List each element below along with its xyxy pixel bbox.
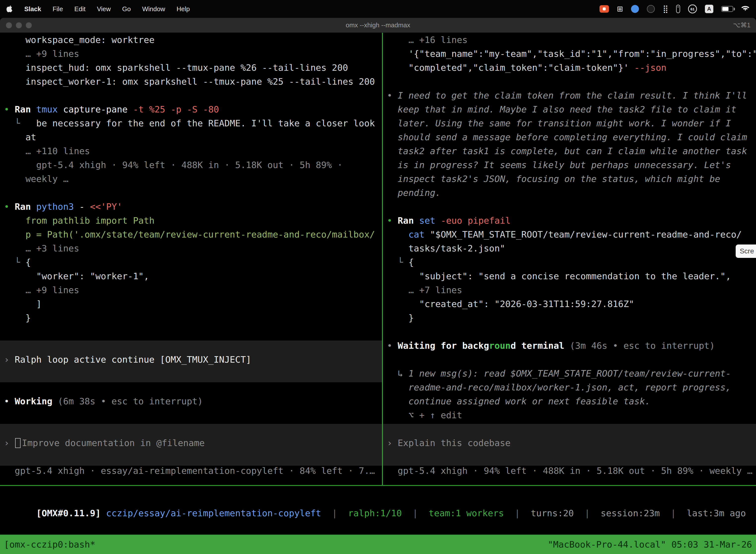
- terminal-line: [0, 327, 382, 340]
- tmux-status-bar: [omx-cczip0:bash* "MacBook-Pro-44.local"…: [0, 535, 756, 554]
- terminal-line: • Ran tmux capture-pane -t %25 -p -S -80: [0, 104, 382, 118]
- terminal-line: • I need to get the claim token from the…: [383, 90, 756, 104]
- left-pane[interactable]: workspace_mode: worktree … +9 lines insp…: [0, 33, 382, 485]
- screen-recording-indicator-icon[interactable]: [600, 5, 609, 13]
- terminal-line: [0, 410, 382, 424]
- terminal-line: workspace_mode: worktree: [0, 35, 382, 49]
- right-pane[interactable]: … +16 lines '{"team_name":"my-team","tas…: [383, 33, 756, 485]
- terminal-line: at: [0, 132, 382, 146]
- dark-app-menu-extra-icon[interactable]: [647, 5, 655, 13]
- terminal-line: • Waiting for background terminal (3m 46…: [383, 340, 756, 354]
- omx-turns: turns:20: [531, 508, 574, 518]
- tmux-session-window[interactable]: [omx-cczip0:bash*: [4, 539, 95, 550]
- terminal-line: [383, 424, 756, 438]
- terminal-line: keep that in mind. Maybe I also need the…: [383, 104, 756, 118]
- blue-app-menu-extra-icon[interactable]: [631, 5, 639, 13]
- terminal-line: … +16 lines: [383, 35, 756, 49]
- window-title: omx --xhigh --madmax: [0, 21, 756, 29]
- terminal-line: … +3 lines: [0, 243, 382, 257]
- terminal-line: '{"team_name":"my-team","task_id":"1","f…: [383, 49, 756, 63]
- grid-menu-extra-icon[interactable]: ⊞: [617, 5, 623, 13]
- terminal-line: └ {: [383, 257, 756, 271]
- terminal-line: "completed","claim_token":"claim-token"}…: [383, 63, 756, 76]
- tmux-panes: workspace_mode: worktree … +9 lines insp…: [0, 33, 756, 485]
- menu-help[interactable]: Help: [177, 5, 190, 13]
- composer-input[interactable]: › Explain this codebase: [383, 438, 756, 452]
- battery-percent-badge[interactable]: 61: [688, 4, 697, 13]
- terminal-line: cat "$OMX_TEAM_STATE_ROOT/team/review-cu…: [383, 229, 756, 243]
- tmux-host-clock: "MacBook-Pro-44.local" 05:03 31-Mar-26: [548, 539, 752, 550]
- terminal-line: gpt-5.4 xhigh · 94% left · 488K in · 5.1…: [383, 466, 756, 480]
- terminal-line: … +9 lines: [0, 49, 382, 63]
- menu-edit[interactable]: Edit: [74, 5, 85, 13]
- terminal-line: continue assigned work or next feasible …: [383, 396, 756, 410]
- terminal-line: [0, 382, 382, 396]
- dots-menu-extra-icon[interactable]: ⣿: [663, 5, 668, 13]
- omx-worktree-path: cczip/essay/ai-reimplementation-copyleft: [106, 508, 321, 518]
- terminal-line: gpt-5.4 xhigh · essay/ai-reimplementatio…: [0, 466, 382, 480]
- terminal-line: [383, 452, 756, 466]
- terminal-line: later. Using the same for transition mig…: [383, 118, 756, 132]
- terminal-line: "created_at": "2026-03-31T11:59:27.816Z": [383, 299, 756, 313]
- terminal-line: [383, 76, 756, 90]
- terminal-line: [0, 452, 382, 466]
- apple-menu-icon[interactable]: [6, 5, 13, 13]
- terminal-line: [383, 354, 756, 368]
- battery-icon[interactable]: [721, 6, 733, 12]
- terminal-line: readme-and-reco/mailbox/worker-1.json, a…: [383, 382, 756, 396]
- close-button[interactable]: [6, 22, 12, 28]
- omx-last-activity: last:3m ago: [687, 508, 746, 518]
- omx-ralph-counter: ralph:1/10: [348, 508, 402, 518]
- menu-window[interactable]: Window: [142, 5, 165, 13]
- text-cursor: [15, 438, 20, 448]
- omx-status-line: [OMX#0.11.9] cczip/essay/ai-reimplementa…: [4, 492, 756, 506]
- terminal-line: … +7 lines: [383, 285, 756, 299]
- terminal-line: [383, 202, 756, 215]
- terminal-line: ⌥ + ↑ edit: [383, 410, 756, 424]
- window-titlebar[interactable]: omx --xhigh --madmax ⌥⌘1: [0, 18, 756, 33]
- window-shortcut-hint: ⌥⌘1: [733, 21, 756, 29]
- terminal-line: inspect task2's JSON, focusing on the st…: [383, 174, 756, 188]
- terminal-line: tasks/task-2.json": [383, 243, 756, 257]
- omx-version: [OMX#0.11.9]: [36, 508, 101, 518]
- terminal-line: inspect_worker-1: omx sparkshell --tmux-…: [0, 76, 382, 90]
- terminal-line: [0, 368, 382, 382]
- zoom-button[interactable]: [26, 22, 32, 28]
- composer-input[interactable]: › Improve documentation in @filename: [0, 438, 382, 452]
- active-app-menu[interactable]: Slack: [24, 5, 41, 13]
- terminal-line: • Ran python3 - <<'PY': [0, 202, 382, 215]
- battery-fill: [722, 7, 729, 11]
- ralph-status-bar: › Ralph loop active continue [OMX_TMUX_I…: [0, 354, 382, 368]
- terminal-line: [0, 340, 382, 354]
- terminal-line: "subject": "send a concise recommendatio…: [383, 271, 756, 285]
- menu-file[interactable]: File: [53, 5, 63, 13]
- terminal-window: omx --xhigh --madmax ⌥⌘1 workspace_mode:…: [0, 18, 756, 554]
- terminal-line: pending.: [383, 188, 756, 202]
- terminal-line: gpt-5.4 xhigh · 94% left · 488K in · 5.1…: [0, 160, 382, 174]
- terminal-line: … +9 lines: [0, 285, 382, 299]
- terminal-line: • Ran set -euo pipefail: [383, 215, 756, 229]
- omx-session-time: session:23m: [601, 508, 660, 518]
- terminal-line: "worker": "worker-1",: [0, 271, 382, 285]
- omx-status-pane: [OMX#0.11.9] cczip/essay/ai-reimplementa…: [0, 486, 756, 535]
- terminal-line: inspect_hud: omx sparkshell --tmux-pane …: [0, 63, 382, 76]
- terminal-line: p = Path('.omx/state/team/review-current…: [0, 229, 382, 243]
- terminal-line: • Working (6m 38s • esc to interrupt): [0, 396, 382, 410]
- wifi-icon[interactable]: [741, 5, 750, 13]
- terminal-line: }: [383, 313, 756, 327]
- input-source-icon[interactable]: A: [705, 5, 713, 13]
- terminal-line: └ be necessary for the end of the README…: [0, 118, 382, 132]
- menu-view[interactable]: View: [97, 5, 111, 13]
- terminal-line: [0, 188, 382, 202]
- terminal-line: └ {: [0, 257, 382, 271]
- menubar: Slack File Edit View Go Window Help ⊞ ⣿ …: [0, 0, 756, 18]
- screen-notification-popup[interactable]: Scre: [736, 244, 756, 258]
- minimize-button[interactable]: [16, 22, 22, 28]
- terminal-line: should send a message before completing …: [383, 132, 756, 146]
- terminal-line: [383, 327, 756, 340]
- omx-team-workers: team:1 workers: [429, 508, 504, 518]
- terminal-line: is in progress? It seems likely but perh…: [383, 160, 756, 174]
- terminal-line: weekly …: [0, 174, 382, 188]
- key-menu-extra-icon[interactable]: [676, 5, 680, 13]
- menu-go[interactable]: Go: [122, 5, 131, 13]
